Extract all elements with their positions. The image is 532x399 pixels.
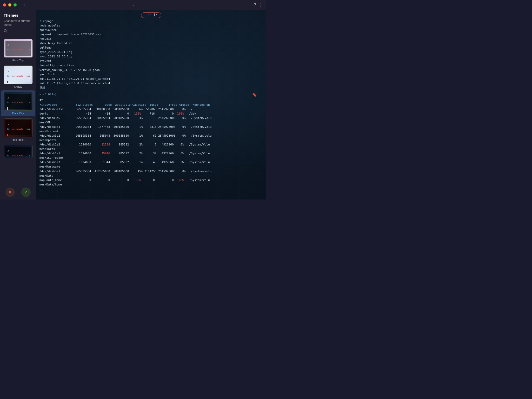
theme-item-dark-city[interactable]: ls dir executable file Dark City (1, 90, 35, 116)
df-row-7: /dev/disk1s3 1024000 1344 985592 1% 45 4… (39, 160, 263, 164)
ls-file-res: res.gif (39, 37, 263, 41)
ls-file-nicepage: nicepage (39, 19, 263, 23)
ls-file-tunnellij: tunnellij.properties (39, 63, 263, 68)
sidebar-header: Themes Change your current theme. (0, 13, 36, 37)
theme-preview-dark-city: ls dir executable file (4, 92, 33, 111)
chevron-up-icon: ⌃⌃ (148, 13, 152, 17)
df-row-1: devfs 414 414 0 100% 716 0 100% /dev (39, 111, 263, 116)
help-icon[interactable]: ? (254, 3, 256, 7)
df-prompt: ~ (0.021s) (39, 93, 57, 96)
df-row-5: /dev/disk1s2 1024000 12328 985592 2% 3 4… (39, 142, 263, 147)
theme-name-snowy: Snowy (14, 85, 22, 88)
df-table: Filesystem 512-blocks Used Available Cap… (39, 103, 263, 187)
more-icon[interactable]: ⋮ (259, 92, 263, 97)
df-row-4: /dev/disk3s2 965595304 165048 509185600 … (39, 134, 263, 138)
sidebar-title: Themes (4, 13, 32, 17)
theme-name-dark-city: Dark City (12, 112, 24, 115)
new-tab-button[interactable]: + (23, 2, 26, 8)
theme-item-snowy[interactable]: ls dir executable file Snowy (1, 64, 35, 90)
search-icon[interactable] (4, 29, 8, 34)
df-row-4b: mes/Update (39, 138, 263, 142)
sidebar-subtitle: Change your current theme. (4, 19, 32, 27)
ls-file-sqltemp: sqlTemp (39, 45, 263, 50)
main-content: Themes Change your current theme. ls dir… (0, 10, 266, 200)
df-row-9b: mes/Data/home (39, 182, 263, 187)
df-row-0: /dev/disk3s3s1 965595304 30100360 509185… (39, 107, 263, 111)
theme-item-5[interactable]: ls dir executable file (1, 143, 35, 161)
confirm-button[interactable]: ✓ (21, 188, 31, 197)
theme-preview-red-rock: ls dir executable file (4, 118, 33, 137)
ls-file-show-busy: show_busy_thread.sh (39, 41, 263, 45)
minimize-button[interactable] (8, 3, 11, 6)
df-command: df (39, 98, 263, 102)
df-row-3b: mes/Preboot (39, 129, 263, 134)
df-row-6: /dev/disk1s1 1024000 15016 985592 2% 34 … (39, 151, 263, 156)
ls-file-sync2: sync_2022-08-08.log (39, 54, 263, 59)
df-row-5b: mes/xarts (39, 147, 263, 151)
df-row-9: map auto_home 0 0 0 100% 0 0 100% /Syste… (39, 178, 263, 182)
ls-file-zulu1: zulu11.48.21-ca-jdk11.0.11-macosx_aarch6… (39, 77, 263, 81)
final-prompt: ~ (39, 188, 263, 192)
theme-preview-pink-city: ls dir executable file (4, 39, 33, 58)
ls-file-sys: sys.txt (39, 59, 263, 63)
ls-file-v2rayx: v2rayx_backup_24-02-2022 16:28.json (39, 68, 263, 72)
svg-line-1 (6, 31, 7, 32)
df-row-2: /dev/disk3s6 965595304 10485984 50918560… (39, 116, 263, 120)
df-row-3: /dev/disk3s4 965595304 1677488 509185600… (39, 125, 263, 129)
titlebar: + ~ ? ⋮ (0, 0, 266, 10)
ls-file-payment: payment_t_payment_trade_20220630.csv (39, 32, 263, 37)
df-header-row: Filesystem 512-blocks Used Available Cap… (39, 103, 263, 107)
ls-file-sync1: sync_2022-08-01.log (39, 50, 263, 54)
ls-file-opensource: openSource (39, 28, 263, 32)
themes-sidebar: Themes Change your current theme. ls dir… (0, 10, 36, 200)
df-row-8b: mes/Data (39, 174, 263, 178)
ls-file-node-modules: node_modules (39, 23, 263, 28)
ls-command-header: ⌃⌃ ls (39, 12, 263, 18)
ls-command-text: ls (154, 13, 157, 17)
theme-preview-5: ls dir executable file (4, 145, 33, 158)
close-button[interactable] (3, 3, 6, 6)
ls-output-block: ⌃⌃ ls nicepage node_modules openSource p… (39, 12, 263, 90)
sidebar-action-buttons: ✕ ✓ (0, 185, 36, 200)
df-command-header: ~ (0.021s) 🔖 ⋮ (39, 92, 263, 97)
df-header-icons: 🔖 ⋮ (252, 92, 263, 97)
ls-file-wallpaper: 壁纸 (39, 85, 263, 90)
cancel-button[interactable]: ✕ (5, 188, 15, 197)
df-row-6b: mes/iSCPreboot (39, 156, 263, 160)
ls-file-zulu2: zulu11.52.13-ca-jre11.0.13-macosx_aarch6… (39, 81, 263, 85)
df-row-2b: mes/VM (39, 120, 263, 125)
theme-item-red-rock[interactable]: ls dir executable file Red Rock (1, 117, 35, 143)
theme-name-red-rock: Red Rock (12, 138, 24, 141)
terminal-content: ⌃⌃ ls nicepage node_modules openSource p… (39, 12, 263, 192)
titlebar-title: ~ (132, 3, 134, 7)
menu-icon[interactable]: ⋮ (259, 3, 263, 8)
ls-file-yarn: yarn.lock (39, 72, 263, 77)
terminal-panel[interactable]: ⌃⌃ ls nicepage node_modules openSource p… (36, 10, 266, 200)
df-row-8: /dev/disk3s1 965595304 412065680 5091856… (39, 169, 263, 174)
maximize-button[interactable] (14, 3, 17, 6)
theme-item-pink-city[interactable]: ls dir executable file Pink City (1, 37, 35, 63)
df-row-7b: mes/Hardware (39, 164, 263, 169)
ls-command-pill: ⌃⌃ ls (141, 12, 161, 18)
theme-name-pink-city: Pink City (12, 59, 24, 62)
theme-preview-snowy: ls dir executable file (4, 65, 33, 84)
bookmark-icon[interactable]: 🔖 (252, 92, 257, 97)
